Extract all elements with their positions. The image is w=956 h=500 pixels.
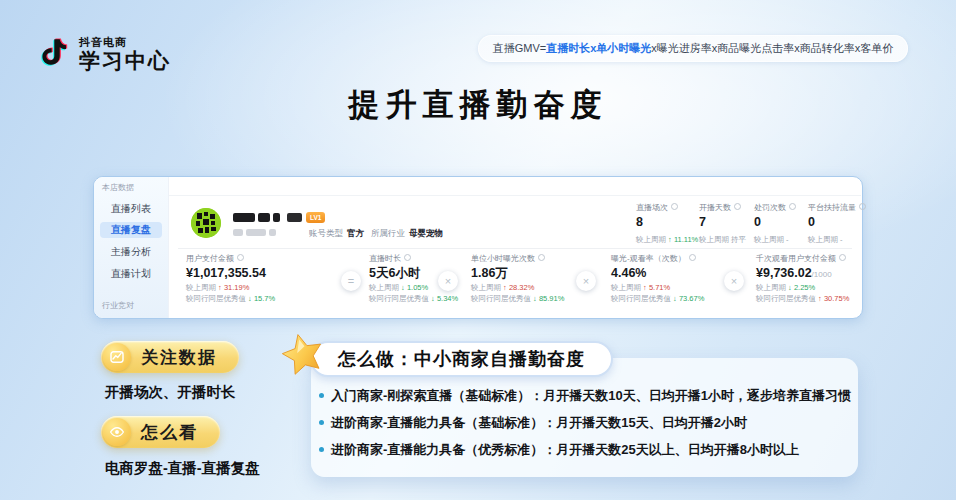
redacted-shop-name-bar	[233, 213, 255, 222]
compare-value: ↓ 73.67%	[673, 294, 704, 303]
brand-logo: 抖音电商 学习中心	[36, 34, 171, 74]
multiply-icon: ×	[724, 271, 744, 291]
brand-line1: 抖音电商	[79, 36, 171, 49]
compare-value: -	[840, 235, 843, 244]
metric-value: 8	[636, 215, 706, 229]
how-to-heading: 怎么做：中小商家自播勤奋度	[310, 341, 613, 377]
info-circle-icon[interactable]	[404, 254, 411, 261]
compare-value: ↓ 15.7%	[248, 294, 275, 303]
metric-platform-support-traffic: 平台扶持流量 0 较上周期 -	[808, 203, 878, 245]
multiply-icon: ×	[576, 271, 596, 291]
info-circle-icon[interactable]	[734, 203, 741, 210]
section-pill-how-to-view: 怎么看	[101, 416, 220, 448]
compare-value: ↑ 28.32%	[503, 283, 534, 292]
account-type-value: 官方	[347, 228, 364, 238]
redacted-shop-name-bar	[273, 213, 280, 222]
sidebar-item-host-analysis[interactable]: 主播分析	[100, 244, 162, 260]
metric-value: ¥1,017,355.54	[186, 266, 275, 282]
compare-value: ↓ 5.34%	[431, 294, 458, 303]
info-circle-icon[interactable]	[538, 254, 545, 261]
redacted-meta-bar	[246, 229, 266, 236]
equals-icon: =	[341, 271, 361, 291]
metric-label: 曝光-观看率（次数）	[611, 254, 686, 263]
section-title: 关注数据	[141, 346, 217, 369]
list-item: 入门商家-刚探索直播（基础标准）：月开播天数10天、日均开播1小时，逐步培养直播…	[319, 389, 850, 403]
metric-value: 4.46%	[611, 266, 704, 282]
header-divider	[169, 195, 861, 196]
douyin-note-icon	[36, 34, 70, 74]
chart-trend-icon	[103, 343, 131, 371]
compare-value: ↑ 5.71%	[643, 283, 670, 292]
metric-value: 0	[808, 215, 878, 229]
bullet-dot-icon	[319, 420, 324, 425]
how-to-view-caption: 电商罗盘-直播-直播复盘	[105, 459, 260, 478]
formula-rest: x曝光进房率x商品曝光点击率x商品转化率x客单价	[651, 41, 893, 56]
metric-live-sessions: 直播场次 8 较上周期 ↑ 11.11%	[636, 203, 706, 245]
redacted-shop-name-bar	[258, 213, 270, 222]
compare-value: 持平	[731, 235, 746, 244]
metric-label: 千次观看用户支付金额	[756, 254, 836, 263]
sidebar-item-live-review[interactable]: 直播复盘	[100, 222, 162, 238]
formula-prefix: 直播GMV=	[493, 41, 546, 56]
metric-label: 直播时长	[369, 254, 401, 263]
how-to-bullet-list: 入门商家-刚探索直播（基础标准）：月开播天数10天、日均开播1小时，逐步培养直播…	[319, 389, 850, 470]
multiply-icon: ×	[438, 271, 458, 291]
compare-value: ↑ 30.75%	[818, 294, 849, 303]
metric-label: 用户支付金额	[186, 254, 234, 263]
compare-value: ↑ 31.19%	[218, 283, 249, 292]
list-item: 进阶商家-直播能力具备（基础标准）：月开播天数15天、日均开播2小时	[319, 416, 850, 430]
metric-hourly-exposure: 单位小时曝光次数 1.86万 较上周期 ↑ 28.32% 较同行同层优秀值 ↓ …	[471, 254, 564, 304]
metrics-divider	[178, 248, 852, 249]
metric-label: 开播天数	[699, 203, 731, 212]
brand-line2: 学习中心	[79, 49, 171, 73]
star-icon	[278, 330, 328, 384]
metric-payment-per-1k-views: 千次观看用户支付金额 ¥9,736.02/1000 较上周期 ↓ 2.25% 较…	[756, 254, 849, 304]
industry-label: 所属行业	[371, 228, 405, 238]
compass-dashboard-card: 本店数据 直播列表 直播复盘 主播分析 直播计划 行业竞对 LV1 账号类型官方…	[93, 176, 863, 319]
info-circle-icon[interactable]	[859, 203, 866, 210]
account-type-label: 账号类型	[309, 228, 343, 238]
industry-value: 母婴宠物	[409, 228, 443, 238]
bullet-dot-icon	[319, 447, 324, 452]
redacted-meta-bar	[269, 229, 276, 236]
formula-highlight: 直播时长x单小时曝光	[546, 41, 651, 56]
info-circle-icon[interactable]	[671, 203, 678, 210]
redacted-meta-bar	[233, 229, 243, 236]
metric-exposure-view-rate: 曝光-观看率（次数） 4.46% 较上周期 ↑ 5.71% 较同行同层优秀值 ↓…	[611, 254, 704, 304]
industry: 所属行业母婴宠物	[371, 228, 443, 240]
shop-avatar	[191, 208, 221, 238]
sidebar-section-store-data: 本店数据	[102, 182, 134, 193]
account-type: 账号类型官方	[309, 228, 364, 240]
metric-value: 1.86万	[471, 266, 564, 282]
compare-value: ↓ 2.25%	[788, 283, 815, 292]
sidebar-item-live-list[interactable]: 直播列表	[100, 201, 162, 217]
compare-value: ↓ 85.91%	[533, 294, 564, 303]
compare-value: -	[786, 235, 789, 244]
info-circle-icon[interactable]	[237, 254, 244, 261]
metric-label: 处罚次数	[754, 203, 786, 212]
metric-value: ¥9,736.02/1000	[756, 266, 849, 282]
info-circle-icon[interactable]	[789, 203, 796, 210]
redacted-shop-name-bar	[287, 213, 302, 222]
level-badge: LV1	[306, 212, 325, 223]
sidebar-section-industry-compare: 行业竞对	[102, 300, 134, 311]
metric-user-payment-amount: 用户支付金额 ¥1,017,355.54 较上周期 ↑ 31.19% 较同行同层…	[186, 254, 275, 304]
dashboard-sidebar: 本店数据 直播列表 直播复盘 主播分析 直播计划 行业竞对	[94, 177, 169, 318]
section-pill-watch-data: 关注数据	[101, 341, 239, 373]
gmv-formula-pill: 直播GMV=直播时长x单小时曝光x曝光进房率x商品曝光点击率x商品转化率x客单价	[478, 35, 908, 62]
page-title: 提升直播勤奋度	[0, 84, 956, 126]
metric-label: 单位小时曝光次数	[471, 254, 535, 263]
sidebar-item-live-plan[interactable]: 直播计划	[100, 266, 162, 282]
compare-value: ↑ 11.11%	[668, 235, 698, 244]
section-title: 怎么看	[141, 421, 198, 444]
compare-value: ↓ 1.05%	[401, 283, 428, 292]
bullet-dot-icon	[319, 393, 324, 398]
list-item: 进阶商家-直播能力具备（优秀标准）：月开播天数25天以上、日均开播8小时以上	[319, 443, 850, 457]
info-circle-icon[interactable]	[839, 254, 846, 261]
info-circle-icon[interactable]	[689, 254, 696, 261]
watch-data-caption: 开播场次、开播时长	[105, 383, 236, 402]
eye-icon	[103, 418, 131, 446]
metric-label: 直播场次	[636, 203, 668, 212]
metric-label: 平台扶持流量	[808, 203, 856, 212]
